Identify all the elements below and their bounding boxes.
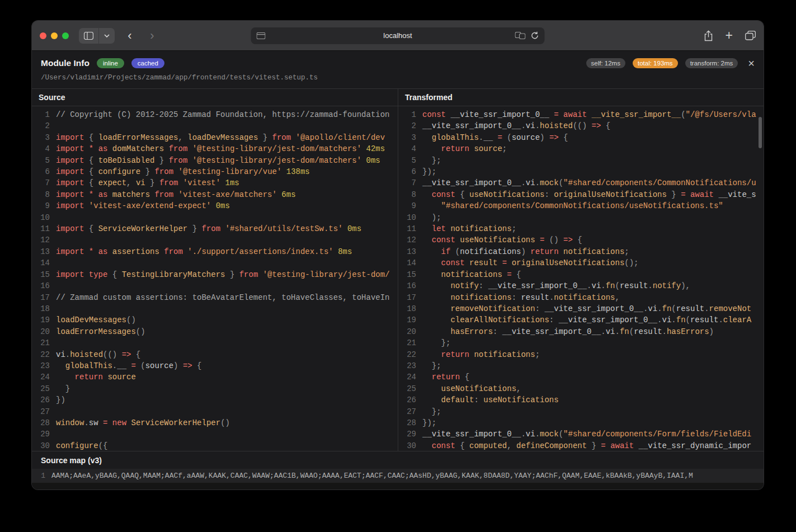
- code-line: 10: [36, 212, 398, 223]
- sourcemap-line-number: 1: [32, 470, 45, 481]
- cached-badge: cached: [131, 58, 164, 68]
- url-text: localhost: [251, 31, 545, 40]
- sidebar-toggle-button[interactable]: [79, 28, 115, 44]
- sourcemap-mappings: AAMA;AAeA,yBAAG,QAAQ,MAAM;AACf,aAAW,KAAK…: [51, 470, 693, 481]
- code-line: 16: [36, 280, 398, 291]
- code-line: 25 }: [36, 383, 398, 394]
- code-line: 24 return {: [403, 371, 764, 383]
- code-line: 22 return notifications;: [403, 349, 764, 360]
- code-line: 13 if (notifications) return notificatio…: [403, 246, 764, 257]
- code-line: 10 );: [403, 212, 764, 223]
- transformed-code[interactable]: 1const __vite_ssr_import_0__ = await __v…: [398, 106, 764, 451]
- address-bar[interactable]: localhost: [251, 27, 545, 44]
- code-line: 27 };: [403, 406, 764, 417]
- code-line: 2: [36, 120, 398, 131]
- code-line: 9import 'vitest-axe/extend-expect' 0ms: [36, 200, 398, 211]
- refresh-button[interactable]: [531, 31, 539, 40]
- forward-button[interactable]: ›: [145, 28, 159, 44]
- chevron-down-icon[interactable]: [98, 28, 115, 44]
- code-line: 3import { loadErrorMessages, loadDevMess…: [36, 132, 398, 143]
- code-line: 7import { expect, vi } from 'vitest' 1ms: [36, 177, 398, 189]
- code-line: 11 let notifications;: [403, 223, 764, 234]
- code-line: 13import * as assertions from './support…: [36, 246, 398, 257]
- panel-headers: Source Transformed: [32, 88, 764, 106]
- translate-icon[interactable]: [515, 32, 526, 39]
- page-title: Module Info: [41, 58, 90, 68]
- traffic-lights: [40, 32, 69, 39]
- code-line: 2__vite_ssr_import_0__.vi.hoisted(() => …: [403, 120, 764, 131]
- module-inspector-page: Module Info inline cached self: 12ms tot…: [32, 51, 764, 489]
- total-time-badge: total: 193ms: [633, 58, 678, 68]
- code-line: 19 clearAllNotifications: __vite_ssr_imp…: [403, 314, 764, 326]
- sourcemap-line[interactable]: 1 AAMA;AAeA,yBAAG,QAAQ,MAAM;AACf,aAAW,KA…: [32, 469, 764, 483]
- code-line: 4 return source;: [403, 143, 764, 154]
- code-line: 9 "#shared/components/CommonNotification…: [403, 200, 764, 211]
- share-button[interactable]: [704, 30, 713, 41]
- code-line: 18: [36, 303, 398, 314]
- minimize-window-button[interactable]: [51, 32, 58, 39]
- code-line: 17// Zammad custom assertions: toBeAvata…: [36, 292, 398, 303]
- code-line: 14 const result = originalUseNotificatio…: [403, 257, 764, 269]
- new-tab-button[interactable]: +: [726, 29, 733, 42]
- nav-cluster: ‹ ›: [79, 28, 159, 44]
- zoom-window-button[interactable]: [62, 32, 69, 39]
- browser-window: ‹ › localhost +: [32, 21, 764, 489]
- code-line: 1const __vite_ssr_import_0__ = await __v…: [403, 109, 764, 120]
- close-icon[interactable]: ×: [748, 58, 755, 69]
- code-line: 20 hasErrors: __vite_ssr_import_0__.vi.f…: [403, 326, 764, 337]
- toolbar-right-cluster: +: [704, 29, 756, 42]
- code-line: 23 globalThis.__ = (source) => {: [36, 360, 398, 371]
- transform-time-badge: transform: 2ms: [685, 58, 738, 68]
- code-line: 30configure({: [36, 440, 398, 451]
- inline-badge: inline: [97, 58, 124, 68]
- code-line: 6});: [403, 166, 764, 177]
- code-line: 27: [36, 406, 398, 417]
- browser-toolbar: ‹ › localhost +: [32, 21, 764, 51]
- code-line: 25 useNotifications,: [403, 383, 764, 394]
- code-line: 1// Copyright (C) 2012-2025 Zammad Found…: [36, 109, 398, 120]
- code-line: 3 globalThis.__ = (source) => {: [403, 132, 764, 143]
- code-line: 19loadDevMessages(): [36, 314, 398, 326]
- timing-badges: self: 12ms total: 193ms transform: 2ms: [586, 58, 738, 68]
- code-line: 7__vite_ssr_import_0__.vi.mock("#shared/…: [403, 177, 764, 189]
- back-button[interactable]: ‹: [123, 28, 137, 44]
- code-line: 26}): [36, 394, 398, 406]
- code-line: 12: [36, 234, 398, 246]
- code-line: 29__vite_ssr_import_0__.vi.mock("#shared…: [403, 429, 764, 440]
- sourcemap-title: Source map (v3): [32, 451, 764, 469]
- code-line: 5import { toBeDisabled } from '@testing-…: [36, 155, 398, 166]
- module-header: Module Info inline cached self: 12ms tot…: [32, 51, 764, 88]
- code-line: 8 const { useNotifications: originalUseN…: [403, 189, 764, 200]
- code-line: 28window.sw = new ServiceWorkerHelper(): [36, 417, 398, 429]
- code-line: 15 notifications = {: [403, 269, 764, 280]
- code-line: 29: [36, 429, 398, 440]
- sidebar-icon: [79, 28, 98, 44]
- close-window-button[interactable]: [40, 32, 46, 39]
- code-line: 21 };: [403, 337, 764, 349]
- source-code[interactable]: 1// Copyright (C) 2012-2025 Zammad Found…: [32, 106, 398, 451]
- code-line: 22vi.hoisted(() => {: [36, 349, 398, 360]
- self-time-badge: self: 12ms: [586, 58, 625, 68]
- code-line: 24 return source: [36, 371, 398, 383]
- tab-overview-button[interactable]: [745, 31, 756, 40]
- code-line: 11import { ServiceWorkerHelper } from '#…: [36, 223, 398, 234]
- horizontal-scroll-track[interactable]: [32, 483, 764, 489]
- code-line: 26 default: useNotifications: [403, 394, 764, 406]
- source-panel-title: Source: [32, 89, 398, 106]
- site-icon: [257, 32, 266, 39]
- module-file-path: /Users/vladimir/Projects/zammad/app/fron…: [41, 74, 755, 82]
- code-line: 17 notifications: result.notifications,: [403, 292, 764, 303]
- code-line: 4import * as domMatchers from '@testing-…: [36, 143, 398, 154]
- code-line: 15import type { TestingLibraryMatchers }…: [36, 269, 398, 280]
- code-line: 14: [36, 257, 398, 269]
- code-line: 8import * as matchers from 'vitest-axe/m…: [36, 189, 398, 200]
- code-line: 6import { configure } from '@testing-lib…: [36, 166, 398, 177]
- code-panels: 1// Copyright (C) 2012-2025 Zammad Found…: [32, 106, 764, 451]
- code-line: 12 const useNotifications = () => {: [403, 234, 764, 246]
- code-line: 28});: [403, 417, 764, 429]
- sourcemap-section: Source map (v3) 1 AAMA;AAeA,yBAAG,QAAQ,M…: [32, 451, 764, 489]
- code-line: 5 };: [403, 155, 764, 166]
- code-line: 21: [36, 337, 398, 349]
- code-line: 23 };: [403, 360, 764, 371]
- scrollbar-thumb[interactable]: [759, 117, 762, 148]
